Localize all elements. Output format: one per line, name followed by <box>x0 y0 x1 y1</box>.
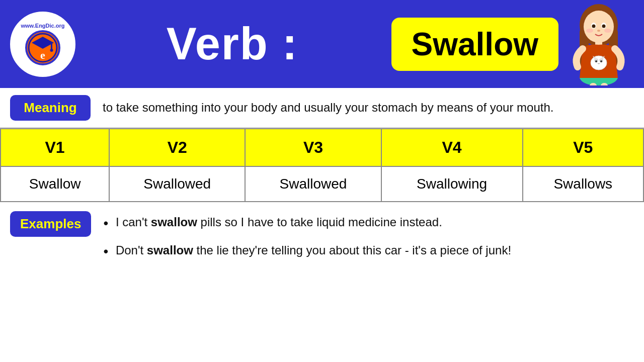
table-cell-v4: Swallowing <box>381 166 523 202</box>
table-cell-v5: Swallows <box>523 166 643 202</box>
word-highlight-box: Swallow <box>391 18 559 71</box>
table-header-v5: V5 <box>523 129 643 166</box>
table-cell-v1: Swallow <box>1 166 109 202</box>
table-cell-v3: Swallowed <box>245 166 381 202</box>
verb-table: V1 V2 V3 V4 V5 Swallow Swallowed Swallow… <box>0 128 644 202</box>
svg-point-13 <box>586 29 593 33</box>
bullet-1: • <box>103 211 108 235</box>
logo: www.EngDic.org e <box>10 12 75 77</box>
bullet-2: • <box>103 239 108 263</box>
table-row: Swallow Swallowed Swallowed Swallowing S… <box>1 166 643 202</box>
svg-point-22 <box>595 60 597 62</box>
svg-point-15 <box>597 30 600 32</box>
svg-point-14 <box>604 29 611 33</box>
page-title: Verb : <box>75 18 379 70</box>
svg-text:e: e <box>40 49 45 61</box>
meaning-badge: Meaning <box>10 95 91 121</box>
svg-point-23 <box>600 60 602 62</box>
svg-point-12 <box>602 25 606 28</box>
content-area: Meaning to take something into your body… <box>0 88 644 276</box>
meaning-text: to take something into your body and usu… <box>103 99 553 117</box>
table-cell-v2: Swallowed <box>109 166 245 202</box>
header: www.EngDic.org e Verb : Swallow <box>0 0 644 88</box>
logo-text: www.EngDic.org <box>21 23 65 29</box>
svg-point-17 <box>591 56 607 70</box>
svg-point-8 <box>584 11 614 43</box>
svg-rect-2 <box>51 43 52 50</box>
girl-illustration <box>564 3 634 85</box>
svg-point-3 <box>50 49 53 52</box>
example-1: • I can't swallow pills so I have to tak… <box>103 211 511 235</box>
example-2: • Don't swallow the lie they're telling … <box>103 239 511 263</box>
table-header-v2: V2 <box>109 129 245 166</box>
examples-badge: Examples <box>10 211 91 237</box>
examples-row: Examples • I can't swallow pills so I ha… <box>0 202 644 276</box>
table-header-v4: V4 <box>381 129 523 166</box>
examples-list: • I can't swallow pills so I have to tak… <box>103 211 511 267</box>
logo-icon: e <box>25 30 60 65</box>
table-header-v3: V3 <box>245 129 381 166</box>
girl-svg <box>564 3 634 85</box>
table-header-v1: V1 <box>1 129 109 166</box>
logo-svg: e <box>28 33 58 63</box>
meaning-row: Meaning to take something into your body… <box>0 88 644 128</box>
main-word: Swallow <box>412 26 539 62</box>
svg-point-11 <box>592 25 596 28</box>
table-header-row: V1 V2 V3 V4 V5 <box>1 129 643 166</box>
